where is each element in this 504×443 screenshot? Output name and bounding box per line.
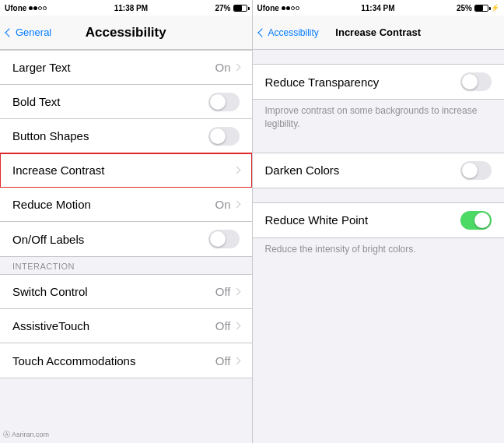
- larger-text-chevron-icon: [233, 64, 240, 72]
- bold-text-label: Bold Text: [12, 95, 60, 108]
- touch-accommodations-chevron-icon: [233, 357, 240, 364]
- left-nav-title: Accessibility: [86, 25, 166, 40]
- right-signal: [282, 6, 299, 10]
- assistivetouch-label: AssistiveTouch: [12, 319, 89, 332]
- right-signal-dot-3: [291, 6, 295, 10]
- assistivetouch-right: Off: [215, 319, 240, 332]
- reduce-transparency-group: Reduce Transparency: [253, 64, 505, 100]
- right-battery-fill: [475, 5, 483, 11]
- larger-text-value: On: [215, 61, 230, 74]
- assistivetouch-value: Off: [215, 319, 231, 332]
- assistivetouch-row[interactable]: AssistiveTouch Off: [0, 309, 252, 343]
- right-back-button[interactable]: Accessibility: [259, 27, 319, 38]
- left-carrier: Ufone: [5, 4, 26, 12]
- reduce-white-point-toggle[interactable]: [460, 211, 492, 230]
- left-main-list: Larger Text On Bold Text Button Shapes: [0, 50, 252, 257]
- switch-control-right: Off: [215, 285, 240, 298]
- right-battery-icon: [474, 5, 488, 12]
- onoff-labels-right: [208, 230, 240, 248]
- reduce-motion-right: On: [215, 198, 239, 211]
- reduce-white-point-row[interactable]: Reduce White Point: [253, 203, 505, 237]
- right-panel: Ufone 11:34 PM 25% ⚡ Acces: [253, 0, 505, 443]
- onoff-labels-row[interactable]: On/Off Labels: [0, 222, 252, 256]
- reduce-transparency-desc: Improve contrast on some backgrounds to …: [253, 100, 505, 139]
- bold-text-row[interactable]: Bold Text: [0, 85, 252, 119]
- bold-text-right: [208, 93, 240, 111]
- increase-contrast-chevron-icon: [233, 167, 240, 174]
- left-back-label: General: [16, 26, 51, 38]
- left-status-bar: Ufone 11:38 PM 27%: [0, 0, 252, 16]
- right-back-chevron-icon: [257, 28, 266, 37]
- bold-text-toggle[interactable]: [208, 93, 240, 111]
- right-time: 11:34 PM: [361, 4, 394, 12]
- left-back-chevron-icon: [5, 28, 13, 37]
- right-nav-title: Increase Contrast: [335, 26, 421, 38]
- button-shapes-right: [208, 127, 240, 146]
- right-nav-bar: Accessibility Increase Contrast: [253, 16, 505, 50]
- signal-dot-4: [43, 6, 47, 10]
- reduce-motion-value: On: [215, 198, 230, 211]
- darken-colors-label: Darken Colors: [265, 163, 461, 177]
- reduce-motion-row[interactable]: Reduce Motion On: [0, 188, 252, 222]
- reduce-transparency-row[interactable]: Reduce Transparency: [253, 65, 505, 99]
- button-shapes-row[interactable]: Button Shapes: [0, 119, 252, 153]
- watermark-logo: Ⓐ: [3, 431, 10, 438]
- increase-contrast-row[interactable]: Increase Contrast: [0, 153, 252, 188]
- right-charging-icon: ⚡: [491, 4, 499, 12]
- darken-colors-toggle[interactable]: [460, 161, 492, 180]
- reduce-white-point-section: Reduce White Point Reduce the intensity …: [253, 202, 505, 264]
- assistivetouch-chevron-icon: [233, 322, 240, 330]
- reduce-transparency-label: Reduce Transparency: [265, 76, 461, 89]
- right-carrier: Ufone: [257, 4, 279, 12]
- watermark-text: Asriran.com: [12, 431, 49, 438]
- right-signal-dot-1: [282, 6, 285, 10]
- left-status-left: Ufone: [5, 4, 47, 12]
- touch-accommodations-value: Off: [215, 354, 231, 367]
- darken-colors-section: Darken Colors: [253, 153, 505, 188]
- left-status-right: 27%: [215, 4, 247, 12]
- left-battery-fill: [234, 5, 242, 11]
- switch-control-chevron-icon: [233, 288, 240, 296]
- reduce-transparency-section: Reduce Transparency Improve contrast on …: [253, 64, 505, 139]
- right-status-right: 25% ⚡: [457, 4, 499, 12]
- left-time: 11:38 PM: [114, 4, 148, 12]
- reduce-white-point-group: Reduce White Point: [253, 202, 505, 238]
- signal-dot-2: [33, 6, 37, 10]
- left-signal: [29, 6, 47, 10]
- left-panel: Ufone 11:38 PM 27% General: [0, 0, 252, 443]
- left-nav-bar: General Accessibility: [0, 16, 252, 50]
- reduce-white-point-label: Reduce White Point: [265, 213, 461, 227]
- onoff-labels-label: On/Off Labels: [12, 233, 84, 246]
- left-battery-pct: 27%: [215, 4, 230, 12]
- right-back-label: Accessibility: [268, 27, 319, 38]
- right-status-left: Ufone: [257, 4, 299, 12]
- signal-dot-1: [29, 6, 33, 10]
- larger-text-label: Larger Text: [12, 61, 71, 74]
- reduce-transparency-toggle[interactable]: [460, 72, 492, 91]
- touch-accommodations-row[interactable]: Touch Accommodations Off: [0, 343, 252, 378]
- interaction-section-header: INTERACTION: [0, 257, 252, 274]
- reduce-motion-chevron-icon: [233, 201, 240, 209]
- left-battery-icon: [233, 5, 247, 12]
- reduce-motion-label: Reduce Motion: [12, 198, 91, 211]
- button-shapes-toggle[interactable]: [208, 127, 240, 146]
- onoff-labels-toggle[interactable]: [208, 230, 240, 248]
- signal-dot-3: [38, 6, 42, 10]
- darken-colors-group: Darken Colors: [253, 153, 505, 188]
- darken-colors-row[interactable]: Darken Colors: [253, 153, 505, 188]
- right-status-bar: Ufone 11:34 PM 25% ⚡: [253, 0, 505, 16]
- increase-contrast-label: Increase Contrast: [12, 163, 104, 177]
- switch-control-row[interactable]: Switch Control Off: [0, 275, 252, 309]
- right-content: Reduce Transparency Improve contrast on …: [253, 50, 505, 443]
- increase-contrast-right: [234, 167, 240, 173]
- right-signal-dot-2: [286, 6, 290, 10]
- reduce-white-point-desc: Reduce the intensity of bright colors.: [253, 238, 505, 264]
- touch-accommodations-label: Touch Accommodations: [12, 354, 135, 367]
- touch-accommodations-right: Off: [215, 354, 240, 367]
- right-battery-pct: 25%: [457, 4, 472, 12]
- left-back-button[interactable]: General: [6, 26, 51, 38]
- larger-text-right: On: [215, 61, 239, 74]
- watermark: Ⓐ Asriran.com: [3, 430, 49, 440]
- interaction-list: Switch Control Off AssistiveTouch Off To…: [0, 274, 252, 378]
- larger-text-row[interactable]: Larger Text On: [0, 51, 252, 85]
